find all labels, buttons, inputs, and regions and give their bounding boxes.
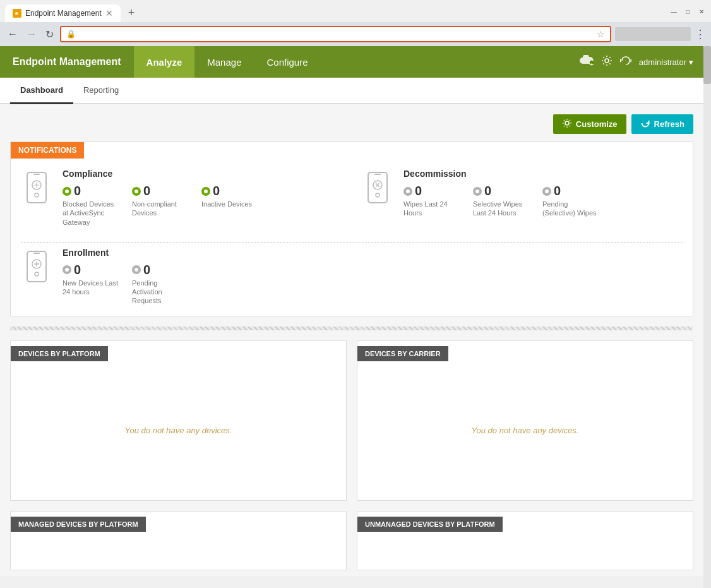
admin-name: administrator [639, 57, 686, 67]
blocked-label: Blocked Devices at ActiveSync Gateway [63, 200, 119, 227]
new-devices-indicator [63, 265, 71, 274]
scrollbar-thumb[interactable] [703, 46, 711, 84]
browser-tab[interactable]: E Endpoint Management ✕ [5, 4, 121, 22]
browser-chrome: E Endpoint Management ✕ + — □ ✕ ← → ↻ 🔒 … [0, 0, 711, 46]
compliance-group: Compliance 0 Blocked Devices at ActiveSy… [21, 169, 342, 227]
devices-by-platform-panel: DEVICES BY PLATFORM You do not have any … [10, 340, 347, 501]
pending-activation-indicator [132, 265, 141, 274]
refresh-icon [640, 118, 650, 130]
selective-wipes-label: Selective Wipes Last 24 Hours [473, 200, 530, 218]
back-button[interactable]: ← [5, 27, 20, 41]
new-tab-button[interactable]: + [123, 4, 140, 22]
svg-rect-12 [368, 172, 387, 203]
pending-activation-value: 0 [143, 263, 150, 277]
enrollment-metrics: 0 New Devices Last 24 hours 0 [63, 263, 683, 306]
svg-rect-7 [33, 174, 40, 175]
customize-gear-icon [562, 118, 572, 130]
devices-by-platform-body: You do not have any devices. [11, 361, 346, 500]
forward-button[interactable]: → [24, 27, 39, 41]
reload-button[interactable]: ↻ [43, 27, 56, 42]
app-logo: Endpoint Management [0, 56, 134, 68]
wipes-metric: 0 Wipes Last 24 Hours [403, 184, 460, 218]
selective-wipes-metric: 0 Selective Wipes Last 24 Hours [473, 184, 530, 218]
selective-indicator [473, 187, 482, 196]
blocked-devices-metric: 0 Blocked Devices at ActiveSync Gateway [63, 184, 119, 227]
settings-icon[interactable] [601, 55, 612, 69]
managed-devices-body [11, 532, 346, 570]
profile-area [615, 27, 691, 41]
svg-point-4 [605, 59, 609, 63]
devices-by-platform-header: DEVICES BY PLATFORM [11, 346, 108, 361]
cloud-icon[interactable]: + [580, 55, 594, 69]
nav-configure[interactable]: Configure [254, 46, 320, 78]
blocked-indicator [63, 187, 71, 196]
inactive-label: Inactive Devices [201, 200, 252, 208]
svg-point-5 [565, 121, 569, 125]
section-divider [10, 327, 693, 330]
minimize-button[interactable]: — [669, 8, 678, 16]
admin-dropdown[interactable]: administrator ▾ [639, 57, 693, 67]
compliance-title: Compliance [63, 169, 342, 179]
scrollbar-track[interactable] [703, 46, 711, 588]
new-devices-metric: 0 New Devices Last 24 hours [63, 263, 119, 306]
sub-tabs: Dashboard Reporting [0, 78, 703, 104]
devices-by-carrier-header: DEVICES BY CARRIER [357, 346, 448, 361]
customize-label: Customize [576, 119, 618, 129]
notifications-header: NOTIFICATIONS [11, 142, 84, 159]
compliance-content: Compliance 0 Blocked Devices at ActiveSy… [63, 169, 342, 227]
inactive-metric: 0 Inactive Devices [201, 184, 252, 227]
nav-manage[interactable]: Manage [194, 46, 254, 78]
header-actions: + administrator ▾ [580, 55, 703, 69]
new-devices-label: New Devices Last 24 hours [63, 279, 119, 297]
selective-wipes-value: 0 [484, 184, 491, 198]
decommission-device-icon [362, 169, 393, 207]
tab-dashboard[interactable]: Dashboard [10, 78, 73, 104]
more-options-button[interactable]: ⋮ [695, 27, 706, 41]
bookmark-icon[interactable]: ☆ [597, 29, 605, 39]
decommission-content: Decommission 0 Wipes Last 24 Hours [403, 169, 683, 218]
tab-reporting[interactable]: Reporting [73, 78, 129, 104]
dropdown-arrow-icon: ▾ [689, 57, 693, 67]
address-bar-container: 🔒 ☆ [60, 26, 611, 42]
enrollment-group: Enrollment 0 New Devices Last 24 hours [21, 248, 683, 306]
wipes-indicator [403, 187, 412, 196]
managed-devices-header: MANAGED DEVICES BY PLATFORM [11, 517, 146, 532]
maximize-button[interactable]: □ [683, 8, 692, 16]
pending-wipes-label: Pending (Selective) Wipes [542, 200, 599, 218]
decommission-group: Decommission 0 Wipes Last 24 Hours [362, 169, 683, 237]
app-header: Endpoint Management Analyze Manage Confi… [0, 46, 703, 78]
svg-text:E: E [15, 11, 19, 16]
lock-icon: 🔒 [66, 30, 76, 39]
unmanaged-devices-panel: UNMANAGED DEVICES BY PLATFORM [357, 511, 693, 570]
separator [21, 242, 683, 243]
noncompliant-metric: 0 Non-compliant Devices [132, 184, 189, 227]
pending-indicator [542, 187, 551, 196]
customize-button[interactable]: Customize [553, 114, 626, 134]
tab-title: Endpoint Management [25, 9, 102, 18]
notifications-section: NOTIFICATIONS [10, 141, 693, 316]
inactive-indicator [201, 187, 210, 196]
decommission-title: Decommission [403, 169, 683, 179]
devices-by-carrier-empty: You do not have any devices. [472, 426, 579, 435]
tab-favicon: E [13, 9, 21, 18]
devices-by-platform-empty: You do not have any devices. [125, 426, 232, 435]
refresh-button[interactable]: Refresh [631, 114, 693, 134]
nav-analyze[interactable]: Analyze [134, 46, 195, 78]
charts-row-1: DEVICES BY PLATFORM You do not have any … [10, 340, 693, 501]
refresh-label: Refresh [654, 119, 684, 129]
main-navigation: Analyze Manage Configure [134, 46, 321, 78]
compliance-metrics: 0 Blocked Devices at ActiveSync Gateway … [63, 184, 342, 227]
close-button[interactable]: ✕ [697, 8, 706, 16]
unmanaged-devices-header: UNMANAGED DEVICES BY PLATFORM [357, 517, 503, 532]
tab-close-icon[interactable]: ✕ [105, 8, 113, 18]
pending-activation-metric: 0 Pending Activation Requests [132, 263, 189, 306]
address-input[interactable] [78, 30, 594, 39]
noncompliant-indicator [132, 187, 141, 196]
blocked-value: 0 [74, 184, 81, 198]
support-icon[interactable] [620, 55, 631, 69]
devices-by-carrier-panel: DEVICES BY CARRIER You do not have any d… [357, 340, 693, 501]
notifications-body: Compliance 0 Blocked Devices at ActiveSy… [11, 159, 693, 316]
svg-rect-13 [374, 174, 381, 175]
enrollment-device-icon [21, 248, 52, 285]
wipes-value: 0 [415, 184, 422, 198]
